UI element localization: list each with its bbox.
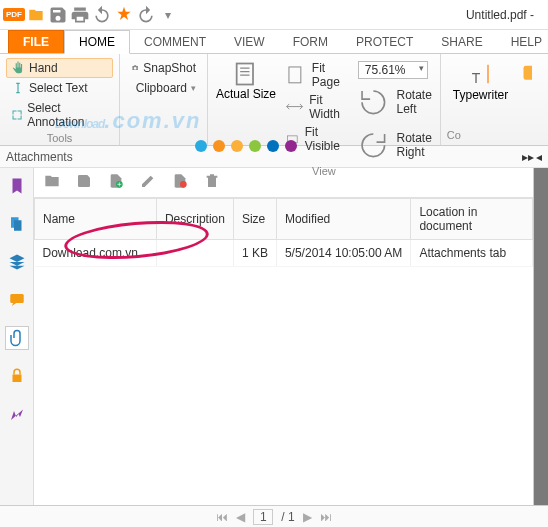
signatures-icon[interactable] [5, 402, 29, 426]
undo-icon[interactable] [92, 5, 112, 25]
attachments-icon[interactable] [5, 326, 29, 350]
edit-attachment-icon[interactable] [140, 173, 156, 192]
save-attachment-icon[interactable] [76, 173, 92, 192]
cell-name: Download.com.vn... [35, 240, 157, 267]
document-pane-sliver [534, 168, 548, 505]
attachments-grid[interactable]: Name Description Size Modified Location … [34, 198, 533, 505]
app-logo: PDF [4, 5, 24, 25]
col-name[interactable]: Name [35, 199, 157, 240]
comment-group-label-partial: Co [447, 129, 532, 141]
title-bar: PDF ▾ Untitled.pdf - [0, 0, 548, 30]
open-attachment-icon[interactable] [44, 173, 60, 192]
ribbon: Hand Select Text Select Annotation Tools… [0, 54, 548, 146]
cell-size: 1 KB [233, 240, 276, 267]
ribbon-tabs: FILE HOME COMMENT VIEW FORM PROTECT SHAR… [0, 30, 548, 54]
svg-rect-10 [12, 375, 21, 383]
col-size[interactable]: Size [233, 199, 276, 240]
tab-form[interactable]: FORM [279, 31, 342, 53]
save-icon[interactable] [48, 5, 68, 25]
page-number-input[interactable]: 1 [253, 509, 273, 525]
svg-rect-6 [524, 66, 533, 80]
svg-point-12 [180, 181, 187, 188]
grid-header-row: Name Description Size Modified Location … [35, 199, 533, 240]
first-page-icon[interactable]: ⏮ [216, 510, 228, 524]
cell-description [156, 240, 233, 267]
fit-width-button[interactable]: Fit Width [282, 92, 342, 122]
watermark-dots [195, 140, 297, 152]
zoom-combo[interactable]: 75.61% [358, 61, 428, 79]
svg-rect-0 [237, 64, 253, 85]
add-attachment-icon[interactable] [108, 173, 124, 192]
navigation-sidebar [0, 168, 34, 505]
fit-page-button[interactable]: Fit Page [282, 60, 342, 90]
clipboard-label: Clipboard [136, 81, 187, 95]
bookmarks-icon[interactable] [5, 174, 29, 198]
prev-page-icon[interactable]: ◀ [236, 510, 245, 524]
tab-view[interactable]: VIEW [220, 31, 279, 53]
hand-tool-button[interactable]: Hand [6, 58, 113, 78]
tab-home[interactable]: HOME [64, 30, 130, 54]
col-location[interactable]: Location in document [411, 199, 533, 240]
tab-share[interactable]: SHARE [427, 31, 496, 53]
panel-prev-icon[interactable]: ▸▸ [522, 150, 534, 164]
last-page-icon[interactable]: ⏭ [320, 510, 332, 524]
new-icon[interactable] [114, 5, 134, 25]
tab-file[interactable]: FILE [8, 30, 64, 53]
pages-icon[interactable] [5, 212, 29, 236]
col-modified[interactable]: Modified [276, 199, 410, 240]
cell-location: Attachments tab [411, 240, 533, 267]
svg-rect-9 [10, 294, 24, 303]
next-page-icon[interactable]: ▶ [303, 510, 312, 524]
main-area: Name Description Size Modified Location … [0, 168, 548, 505]
select-annotation-button[interactable]: Select Annotation [6, 98, 113, 132]
panel-menu-icon[interactable]: ◂ [536, 150, 542, 164]
attachments-title: Attachments [6, 150, 73, 164]
print-icon[interactable] [70, 5, 90, 25]
comments-icon[interactable] [5, 288, 29, 312]
tools-group-label: Tools [6, 132, 113, 144]
comment-button-partial[interactable] [514, 58, 532, 104]
view-group-label: View [210, 165, 438, 177]
typewriter-button[interactable]: T Typewriter [447, 58, 514, 104]
table-row[interactable]: Download.com.vn... 1 KB 5/5/2014 10:05:0… [35, 240, 533, 267]
tab-help[interactable]: HELP [497, 31, 548, 53]
status-bar: ⏮ ◀ 1 / 1 ▶ ⏭ [0, 505, 548, 527]
clipboard-button[interactable]: Clipboard▾ [126, 78, 201, 98]
redo-icon[interactable] [136, 5, 156, 25]
rotate-right-button[interactable]: Rotate Right [352, 125, 434, 166]
col-description[interactable]: Description [156, 199, 233, 240]
rotate-left-button[interactable]: Rotate Left [352, 82, 434, 123]
select-text-label: Select Text [29, 81, 87, 95]
actual-size-label: Actual Size [216, 88, 276, 101]
snapshot-button[interactable]: SnapShot [126, 58, 201, 78]
select-annotation-label: Select Annotation [27, 101, 108, 129]
layers-icon[interactable] [5, 250, 29, 274]
page-total: / 1 [281, 510, 294, 524]
snapshot-label: SnapShot [143, 61, 196, 75]
select-text-button[interactable]: Select Text [6, 78, 113, 98]
tab-comment[interactable]: COMMENT [130, 31, 220, 53]
cell-modified: 5/5/2014 10:05:00 AM [276, 240, 410, 267]
qat-dropdown-icon[interactable]: ▾ [158, 5, 178, 25]
svg-text:T: T [471, 70, 480, 86]
security-icon[interactable] [5, 364, 29, 388]
svg-rect-1 [289, 67, 301, 83]
tab-protect[interactable]: PROTECT [342, 31, 427, 53]
quick-access-toolbar: PDF ▾ [4, 5, 178, 25]
svg-rect-8 [14, 220, 22, 231]
hand-label: Hand [29, 61, 58, 75]
attachments-panel: Name Description Size Modified Location … [34, 168, 534, 505]
open-icon[interactable] [26, 5, 46, 25]
window-title: Untitled.pdf - [178, 8, 544, 22]
attachment-settings-icon[interactable] [172, 173, 188, 192]
